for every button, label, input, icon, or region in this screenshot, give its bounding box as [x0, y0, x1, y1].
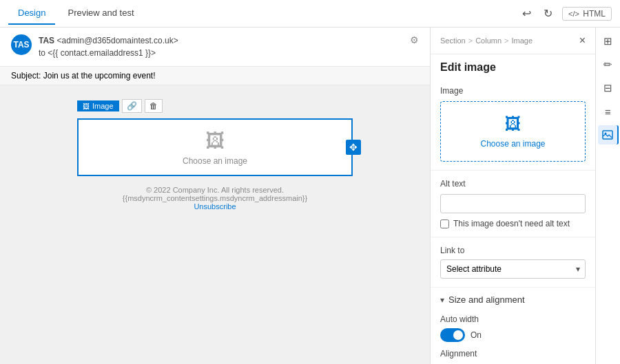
email-meta: TAS TAS <admin@d365domaintest.co.uk> to … — [11, 34, 178, 59]
html-button[interactable]: </> HTML — [562, 7, 612, 21]
toggle-state-label: On — [471, 330, 482, 340]
image-placeholder-text: Choose an image — [183, 156, 247, 166]
size-alignment-header[interactable]: ▾ Size and alignment — [431, 288, 595, 312]
breadcrumb-section: Section — [440, 36, 466, 45]
breadcrumb-image: Image — [511, 36, 533, 45]
image-delete-btn[interactable]: 🗑 — [145, 99, 163, 113]
right-panel: Section > Column > Image × Edit image Im… — [430, 28, 595, 364]
subject-text: Join us at the upcoming event! — [43, 71, 156, 81]
breadcrumb-column: Column — [475, 36, 502, 45]
email-footer: © 2022 Company Inc. All rights reserved.… — [77, 176, 353, 215]
image-placeholder: 🖼 Choose an image — [79, 120, 351, 175]
image-link-btn[interactable]: 🔗 — [122, 99, 142, 113]
toolbar-actions: ↩ ↻ </> HTML — [519, 6, 612, 21]
chevron-down-icon: ▾ — [440, 295, 444, 305]
link-to-dropdown-wrapper: Select attribute URL Email Phone ▾ — [440, 259, 586, 279]
footer-address-template: {{msdyncrm_contentsettings.msdyncrm_addr… — [77, 194, 353, 202]
alt-text-input[interactable] — [440, 194, 586, 213]
image-icon-btn[interactable] — [598, 125, 619, 144]
image-icon-svg — [602, 129, 613, 140]
panel-title: Edit image — [431, 54, 595, 78]
text-icon-btn[interactable]: ≡ — [599, 102, 618, 121]
link-to-section: Link to Select attribute URL Email Phone… — [431, 237, 595, 288]
alt-text-section: Alt text This image doesn't need alt tex… — [431, 171, 595, 237]
canvas-content: 🖼 Image 🔗 🗑 🖼 Choose an image ✥ — [0, 85, 430, 364]
toggle-knob — [453, 330, 463, 340]
undo-button[interactable]: ↩ — [519, 6, 534, 21]
email-body: 🖼 Image 🔗 🗑 🖼 Choose an image ✥ — [77, 99, 353, 350]
image-block-container: 🖼 Image 🔗 🗑 🖼 Choose an image ✥ — [77, 118, 353, 176]
footer-copyright: © 2022 Company Inc. All rights reserved. — [77, 186, 353, 194]
breadcrumb: Section > Column > Image — [440, 36, 533, 45]
layout-icon-btn[interactable]: ⊞ — [599, 32, 618, 51]
image-choose-label: Choose an image — [480, 139, 545, 149]
unsubscribe-link[interactable]: Unsubscribe — [77, 202, 353, 211]
top-nav: Design Preview and test ↩ ↻ </> HTML — [0, 0, 620, 28]
nav-tabs: Design Preview and test — [8, 2, 144, 25]
image-block-label: 🖼 Image — [77, 100, 119, 111]
image-panel-section: Image 🖼 Choose an image — [431, 78, 595, 171]
size-alignment-content: Auto width On Alignment — [431, 312, 595, 364]
alt-text-label: Alt text — [440, 179, 586, 189]
email-header: TAS TAS <admin@d365domaintest.co.uk> to … — [0, 28, 430, 67]
subject-prefix: Subject: — [11, 71, 43, 81]
elements-icon-btn[interactable]: ⊟ — [599, 78, 618, 98]
auto-width-label: Auto width — [440, 314, 586, 324]
subject-bar: Subject: Join us at the upcoming event! — [0, 67, 430, 85]
avatar: TAS — [11, 34, 32, 55]
image-chooser-icon: 🖼 — [505, 114, 521, 133]
auto-width-toggle-row: On — [440, 328, 586, 342]
from-name: TAS — [39, 36, 54, 45]
breadcrumb-sep2: > — [504, 36, 508, 45]
link-to-label: Link to — [440, 246, 586, 255]
paint-icon-btn[interactable]: ✏ — [599, 55, 618, 74]
no-alt-text-label: This image doesn't need alt text — [453, 219, 570, 228]
image-placeholder-icon: 🖼 — [205, 129, 225, 152]
image-section-label: Image — [440, 86, 586, 96]
image-block-toolbar: 🖼 Image 🔗 🗑 — [77, 99, 163, 113]
no-alt-text-checkbox[interactable] — [440, 220, 449, 228]
canvas-area: TAS TAS <admin@d365domaintest.co.uk> to … — [0, 28, 430, 364]
no-alt-text-row: This image doesn't need alt text — [440, 219, 586, 228]
panel-header: Section > Column > Image × — [431, 28, 595, 54]
panel-close-button[interactable]: × — [579, 34, 586, 47]
from-email: <admin@d365domaintest.co.uk> — [56, 36, 178, 45]
email-from: TAS <admin@d365domaintest.co.uk> to <{{ … — [39, 34, 178, 59]
redo-button[interactable]: ↻ — [541, 6, 555, 21]
to-field: to <{{ contact.emailaddress1 }}> — [39, 48, 156, 58]
settings-icon[interactable]: ⚙ — [410, 34, 419, 45]
auto-width-toggle[interactable] — [440, 328, 465, 342]
size-alignment-label: Size and alignment — [448, 295, 525, 305]
icon-bar: ⊞ ✏ ⊟ ≡ — [595, 28, 620, 364]
html-label: HTML — [583, 9, 606, 19]
image-chooser[interactable]: 🖼 Choose an image — [440, 101, 586, 162]
alignment-label: Alignment — [440, 349, 586, 358]
tab-preview[interactable]: Preview and test — [58, 2, 143, 25]
size-alignment-section: ▾ Size and alignment Auto width On Align… — [431, 288, 595, 364]
link-to-select[interactable]: Select attribute URL Email Phone — [440, 259, 586, 279]
breadcrumb-sep1: > — [468, 36, 473, 45]
image-block[interactable]: 🖼 Choose an image ✥ — [77, 118, 353, 176]
tab-design[interactable]: Design — [8, 2, 55, 25]
main-layout: TAS TAS <admin@d365domaintest.co.uk> to … — [0, 28, 620, 364]
move-handle[interactable]: ✥ — [346, 140, 361, 155]
